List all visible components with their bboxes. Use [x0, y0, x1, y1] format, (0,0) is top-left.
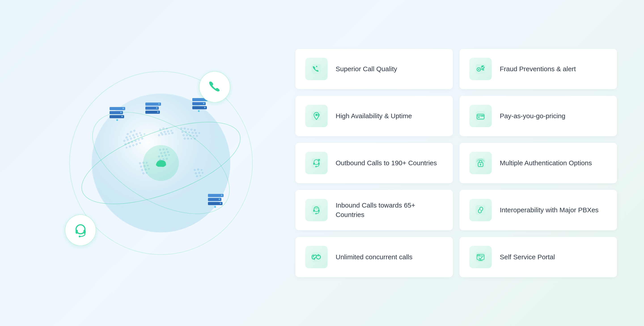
feature-card-fraud-prevention: Fraud Preventions & alert: [459, 49, 617, 89]
svg-rect-129: [318, 210, 320, 212]
server-block-1: [110, 107, 125, 121]
high-availability-icon-wrapper: [305, 105, 328, 127]
feature-card-inbound-calls: Inbound Calls towards 65+ Countries: [295, 190, 453, 230]
svg-rect-115: [478, 117, 480, 118]
fraud-prevention-label: Fraud Preventions & alert: [500, 64, 576, 74]
outbound-icon: [310, 157, 322, 169]
illustration-side: [27, 18, 295, 308]
inbound-icon: [310, 204, 322, 216]
feature-card-pricing: Pay-as-you-go-pricing: [459, 96, 617, 136]
phone-circle: [199, 71, 230, 103]
multiple-auth-icon-wrapper: [469, 152, 492, 174]
svg-point-130: [315, 213, 317, 214]
svg-rect-128: [313, 210, 314, 212]
svg-point-101: [79, 236, 80, 237]
outbound-calls-label: Outbound Calls to 190+ Countries: [336, 158, 437, 168]
interoperability-icon: [475, 204, 486, 216]
high-availability-icon: [310, 110, 322, 122]
svg-point-97: [157, 160, 165, 166]
phone-icon: [208, 80, 222, 94]
cloud-center: [143, 145, 179, 181]
fraud-prevention-icon-wrapper: [469, 58, 492, 80]
pricing-label: Pay-as-you-go-pricing: [500, 111, 565, 121]
self-service-label: Self Service Portal: [500, 252, 555, 262]
svg-rect-102: [312, 64, 321, 74]
globe-wrapper: [60, 62, 262, 264]
unlimited-calls-icon-wrapper: [305, 246, 328, 268]
authentication-icon: [475, 157, 486, 169]
svg-point-111: [315, 114, 318, 116]
outbound-calls-icon-wrapper: [305, 152, 328, 174]
inbound-calls-icon-wrapper: [305, 199, 328, 221]
server-block-3: [192, 98, 208, 112]
unlimited-icon: [310, 251, 322, 263]
features-grid: Superior Call Quality Fraud Preventi: [295, 40, 617, 286]
svg-rect-99: [76, 230, 78, 234]
server-block-4: [208, 194, 224, 208]
main-container: Superior Call Quality Fraud Preventi: [0, 0, 644, 326]
svg-rect-119: [318, 162, 320, 165]
unlimited-calls-label: Unlimited concurrent calls: [336, 252, 412, 262]
interoperability-icon-wrapper: [469, 199, 492, 221]
portal-icon: [475, 251, 486, 263]
superior-call-quality-icon-wrapper: [305, 58, 328, 80]
superior-call-quality-label: Superior Call Quality: [336, 64, 397, 74]
feature-card-outbound-calls: Outbound Calls to 190+ Countries: [295, 143, 453, 183]
svg-rect-118: [313, 162, 314, 165]
svg-rect-100: [84, 230, 86, 234]
self-service-icon-wrapper: [469, 246, 492, 268]
svg-rect-131: [476, 205, 486, 215]
interoperability-label: Interoperability with Major PBXes: [500, 205, 598, 215]
svg-point-136: [478, 255, 478, 256]
svg-point-108: [478, 69, 480, 70]
fraud-prevention-icon: [475, 63, 486, 75]
feature-card-multiple-auth: Multiple Authentication Options: [459, 143, 617, 183]
headset-circle: [65, 215, 96, 246]
pricing-icon-wrapper: [469, 105, 492, 127]
feature-card-high-availability: High Availability & Uptime: [295, 96, 453, 136]
svg-point-120: [315, 166, 317, 167]
high-availability-label: High Availability & Uptime: [336, 111, 412, 121]
inbound-calls-label: Inbound Calls towards 65+ Countries: [336, 201, 443, 219]
feature-card-superior-call-quality: Superior Call Quality: [295, 49, 453, 89]
svg-point-124: [480, 164, 481, 165]
feature-card-unlimited-calls: Unlimited concurrent calls: [295, 237, 453, 277]
server-block-2: [145, 103, 161, 115]
call-quality-icon: [310, 63, 322, 75]
multiple-auth-label: Multiple Authentication Options: [500, 158, 592, 168]
svg-point-137: [479, 255, 480, 256]
cloud-icon: [155, 157, 167, 169]
feature-card-self-service: Self Service Portal: [459, 237, 617, 277]
headset-icon: [73, 223, 88, 238]
pricing-icon: [475, 110, 486, 122]
feature-card-interoperability: Interoperability with Major PBXes: [459, 190, 617, 230]
